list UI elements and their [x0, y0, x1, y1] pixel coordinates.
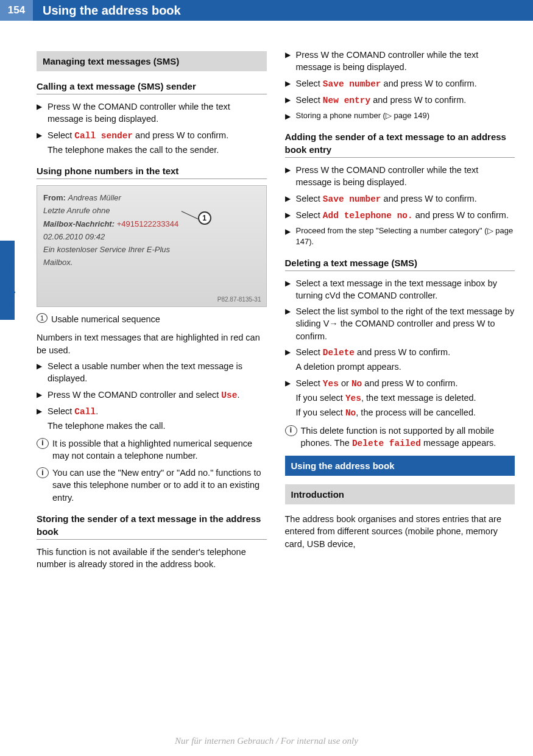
step-text: Press W the COMAND controller while the … [296, 49, 515, 74]
step: ▶ Storing a phone number (▷ page 149) [285, 110, 515, 122]
text-fragment: . [96, 406, 98, 416]
caption-number-icon: 1 [37, 313, 48, 323]
section-heading: Managing text messages (SMS) [37, 51, 267, 71]
text-fragment: Select [296, 210, 323, 220]
ui-term: Add telephone no. [323, 211, 413, 221]
step-text: Select Yes or No and press W to confirm.… [296, 377, 515, 420]
step: ▶ Press W the COMAND controller while th… [37, 101, 267, 125]
text-fragment: Select [48, 406, 74, 416]
ui-term: No [351, 379, 362, 389]
img-line: Letzte Anrufe ohne [43, 206, 110, 215]
step-text: Select Delete and press W to confirm. A … [296, 346, 515, 373]
caption: 1 Usable numerical sequence [37, 313, 267, 325]
ui-term: Yes [345, 394, 361, 403]
text-fragment: and press W to confirm. [381, 194, 477, 203]
step-marker-icon: ▶ [37, 129, 48, 157]
result-text: The telephone makes the call to the send… [48, 144, 267, 156]
step-marker-icon: ▶ [285, 277, 296, 302]
step-marker-icon: ▶ [37, 101, 48, 125]
subheading: Deleting a text message (SMS) [285, 256, 515, 271]
result-text: If you select Yes, the text message is d… [296, 392, 515, 404]
info-note: i It is possible that a highlighted nume… [37, 437, 267, 462]
img-line: Ein kostenloser Service Ihrer E-Plus [43, 245, 170, 254]
section-heading: Introduction [285, 484, 515, 504]
subheading: Calling a text message (SMS) sender [37, 80, 267, 94]
ui-term: Yes [323, 379, 339, 389]
image-reference-id: P82.87-8135-31 [217, 295, 261, 304]
body-text: Numbers in text messages that are highli… [37, 331, 267, 356]
step-text: Select a text message in the text messag… [296, 277, 515, 302]
ui-term: Use [221, 390, 237, 400]
step: ▶ Select a text message in the text mess… [285, 277, 515, 302]
step: ▶ Select Save number and press W to conf… [285, 193, 515, 205]
img-from-value: Andreas Müller [68, 193, 121, 202]
text-fragment: Select [296, 79, 323, 88]
step-marker-icon: ▶ [285, 94, 296, 107]
result-text: The telephone makes the call. [48, 420, 267, 432]
step-marker-icon: ▶ [37, 360, 48, 385]
text-fragment: Select [48, 130, 74, 140]
note-text: It is possible that a highlighted numeri… [52, 437, 267, 462]
text-fragment: Press W the COMAND controller and select [48, 390, 221, 400]
step-marker-icon: ▶ [285, 49, 296, 74]
step-marker-icon: ▶ [285, 77, 296, 90]
text-fragment: and press W to confirm. [362, 378, 457, 388]
step-text: Select New entry and press W to confirm. [296, 94, 515, 107]
step-marker-icon: ▶ [285, 209, 296, 222]
content-area: Managing text messages (SMS) Calling a t… [0, 21, 533, 581]
step: ▶ Proceed from the step "Selecting a num… [285, 225, 515, 247]
info-note: i You can use the "New entry" or "Add no… [37, 467, 267, 504]
step-marker-icon: ▶ [285, 305, 296, 342]
text-fragment: and press W to confirm. [381, 79, 477, 88]
result-text: If you select No, the process will be ca… [296, 406, 515, 419]
text-fragment: Select [296, 347, 323, 357]
ui-term: Save number [323, 79, 381, 89]
subheading: Storing the sender of a text message in … [37, 512, 267, 540]
step-text: Select Call. The telephone makes the cal… [48, 405, 267, 433]
text-fragment: message appears. [421, 438, 496, 448]
ui-term: Save number [323, 194, 381, 204]
body-text: The address book organises and stores en… [285, 513, 515, 550]
step: ▶ Select a usable number when the text m… [37, 360, 267, 385]
step-text: Proceed from the step "Selecting a numbe… [296, 225, 515, 247]
step-text: Storing a phone number (▷ page 149) [296, 110, 515, 122]
left-column: Managing text messages (SMS) Calling a t… [37, 45, 267, 574]
footer-watermark: Nur für internen Gebrauch / For internal… [0, 735, 533, 747]
step-text: Select a usable number when the text mes… [48, 360, 267, 385]
note-text: You can use the "New entry" or "Add no."… [52, 467, 267, 504]
result-text: A deletion prompt appears. [296, 361, 515, 373]
step-marker-icon: ▶ [285, 346, 296, 373]
img-timestamp: 02.06.2010 09:42 [43, 232, 105, 241]
step-marker-icon: ▶ [37, 405, 48, 433]
sms-screenshot: From: Andreas Müller Letzte Anrufe ohne … [37, 185, 267, 307]
info-icon: i [37, 438, 49, 449]
step-marker-icon: ▶ [285, 193, 296, 205]
body-text: This function is not available if the se… [37, 546, 267, 571]
step-marker-icon: ▶ [285, 377, 296, 420]
text-fragment: Select [296, 378, 323, 388]
step: ▶ Select Call sender and press W to conf… [37, 129, 267, 157]
step-text: Select Add telephone no. and press W to … [296, 209, 515, 222]
step: ▶ Select Add telephone no. and press W t… [285, 209, 515, 222]
right-column: ▶ Press W the COMAND controller while th… [285, 45, 515, 574]
step-text: Select Call sender and press W to confir… [48, 129, 267, 157]
text-fragment: and press W to confirm. [413, 210, 509, 220]
step-marker-icon: ▶ [285, 225, 296, 247]
step: ▶ Press W the COMAND controller while th… [285, 49, 515, 74]
section-heading-primary: Using the address book [285, 456, 515, 476]
step-text: Select Save number and press W to confir… [296, 193, 515, 205]
img-from-label: From: [43, 193, 66, 202]
img-line-label: Mailbox-Nachricht: [43, 219, 115, 228]
caption-text: Usable numerical sequence [51, 313, 160, 325]
step: ▶ Select the list symbol to the right of… [285, 305, 515, 342]
page-header: 154 Using the address book [0, 0, 533, 21]
step: ▶ Select New entry and press W to confir… [285, 94, 515, 107]
step: ▶ Press W the COMAND controller and sele… [37, 389, 267, 401]
ui-term: Call [74, 407, 96, 417]
step-marker-icon: ▶ [285, 110, 296, 122]
ui-term: Call sender [74, 131, 133, 141]
ui-term: Delete [323, 348, 355, 358]
ui-term: Delete failed [352, 439, 421, 448]
step-text: Select Save number and press W to confir… [296, 77, 515, 90]
text-fragment: Select [296, 194, 323, 203]
